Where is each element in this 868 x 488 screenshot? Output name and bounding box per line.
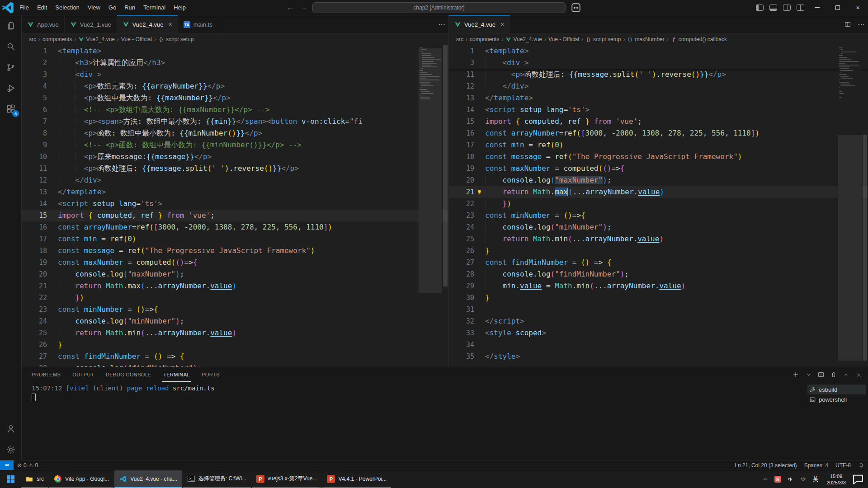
line-number[interactable]: 25	[449, 233, 474, 245]
code-editor[interactable]: 1<template>3 <div >11 <p>函数处理后: {{messag…	[449, 45, 868, 367]
code-text[interactable]: <p><span>方法: 数组中最小数为: {{min}}</span><but…	[58, 116, 448, 127]
code-text[interactable]: const message = ref("The Progressive Jav…	[58, 245, 448, 257]
code-text[interactable]: return Math.max(...arrayNumber.value)	[58, 280, 448, 292]
close-button[interactable]: ×	[848, 0, 868, 15]
code-text[interactable]: <script setup lang='ts'>	[485, 104, 868, 116]
editor-scrollbar[interactable]	[862, 45, 868, 367]
chev-up-icon[interactable]	[841, 369, 852, 380]
line-number[interactable]: 23	[449, 210, 474, 221]
code-text[interactable]: <template>	[58, 45, 448, 57]
line-number[interactable]: 32	[449, 315, 474, 327]
scrollbar-thumb[interactable]	[443, 45, 448, 286]
status-item-spaces-4[interactable]: Spaces: 4	[801, 462, 832, 469]
line-number[interactable]: 6	[22, 104, 47, 116]
breadcrumb-item-vue-official[interactable]: Vue - Official	[548, 36, 579, 42]
code-text[interactable]: const maxNumber = computed(()=>{	[485, 163, 868, 174]
panel-bottom-icon[interactable]	[766, 2, 780, 14]
start-button[interactable]	[0, 470, 21, 488]
taskbar-clock[interactable]: 15:09 2025/3/3	[822, 473, 850, 486]
line-number[interactable]: 12	[22, 174, 47, 186]
menu-selection[interactable]: Selection	[51, 2, 83, 13]
split-icon[interactable]	[841, 15, 854, 33]
menu-help[interactable]: Help	[170, 2, 190, 13]
maximize-button[interactable]	[827, 0, 848, 15]
line-number[interactable]: 23	[22, 304, 47, 315]
close-icon[interactable]	[854, 369, 864, 380]
line-number[interactable]: 20	[22, 268, 47, 280]
bell-icon[interactable]	[854, 462, 868, 469]
taskbar-item-c-wi[interactable]: >_选择管理员: C:\Wi...	[183, 470, 251, 488]
volume[interactable]	[784, 470, 797, 488]
code-text[interactable]: const maxNumber = computed(()=>{	[58, 257, 448, 268]
back-icon[interactable]: ←	[285, 4, 295, 11]
code-line[interactable]: 2 <h3>计算属性的应用</h3>	[22, 57, 448, 69]
code-text[interactable]: </script>	[485, 315, 868, 327]
code-line[interactable]: 8 <p>函数: 数组中最小数为: {{minNumber()}}</p>	[22, 127, 448, 139]
code-text[interactable]	[485, 304, 868, 315]
code-line[interactable]: 19const maxNumber = computed(()=>{	[449, 163, 868, 174]
menu-terminal[interactable]: Terminal	[139, 2, 170, 13]
code-line[interactable]: 14<script setup lang='ts'>	[449, 104, 868, 116]
line-number[interactable]: 18	[22, 245, 47, 257]
line-number[interactable]: 16	[449, 127, 474, 139]
code-line[interactable]: 13</template>	[449, 92, 868, 104]
line-number[interactable]: 1	[22, 45, 47, 57]
line-number[interactable]: 33	[449, 327, 474, 339]
code-line[interactable]: 12 </div>	[449, 80, 868, 92]
code-line[interactable]: 26}	[449, 245, 868, 257]
code-text[interactable]: </div>	[485, 80, 868, 92]
code-line[interactable]: 21 return Math.max(...arrayNumber.value)	[22, 280, 448, 292]
code-text[interactable]: import { computed, ref } from 'vue';	[485, 116, 868, 127]
line-number[interactable]: 12	[449, 80, 474, 92]
code-line[interactable]: 34	[449, 339, 868, 351]
tab-close-icon[interactable]: ×	[169, 21, 172, 28]
line-number[interactable]: 16	[22, 221, 47, 233]
code-line[interactable]: 28 console.log("findMinNumber");	[22, 362, 448, 367]
line-number[interactable]: 29	[449, 280, 474, 292]
code-line[interactable]: 33<style scoped>	[449, 327, 868, 339]
command-center-search[interactable]: chap2 [Administrator]	[312, 2, 566, 13]
plus-icon[interactable]	[790, 369, 801, 380]
tab-main-ts[interactable]: TSmain.ts	[178, 15, 218, 33]
code-editor[interactable]: 1<template>2 <h3>计算属性的应用</h3>3 <div >4 <…	[22, 45, 448, 367]
code-line[interactable]: 27const findMinNumber = () => {	[22, 351, 448, 362]
line-number[interactable]: 9	[22, 139, 47, 151]
code-text[interactable]: }	[485, 245, 868, 257]
code-text[interactable]: }	[58, 339, 448, 351]
code-line[interactable]: 13</template>	[22, 186, 448, 198]
code-line[interactable]: 29 min.value = Math.min(...arrayNumber.v…	[449, 280, 868, 292]
sogou-input[interactable]: S	[771, 470, 784, 488]
line-number[interactable]: 27	[22, 351, 47, 362]
code-line[interactable]: 31	[449, 304, 868, 315]
code-line[interactable]: 20 console.log("maxNumber");	[22, 268, 448, 280]
code-line[interactable]: 30}	[449, 292, 868, 304]
code-line[interactable]: 10 <p>原来message:{{message}}</p>	[22, 151, 448, 163]
tab-vue2-4-vue[interactable]: Vue2_4.vue×	[117, 15, 178, 33]
code-line[interactable]: 11 <p>函数处理后: {{message.split(' ').revers…	[22, 163, 448, 174]
code-line[interactable]: 16const arrayNumber=ref([3000, -2000, 13…	[22, 221, 448, 233]
taskbar-item-vuejs3-x-2-vue[interactable]: Pvuejs3.x-第2章Vue...	[252, 470, 322, 488]
code-line[interactable]: 15import { computed, ref } from 'vue';	[22, 210, 448, 221]
code-line[interactable]: 21 return Math.max(...arrayNumber.value)	[449, 186, 868, 198]
line-number[interactable]: 19	[22, 257, 47, 268]
line-number[interactable]: 26	[22, 339, 47, 351]
code-text[interactable]: const findMinNumber = () => {	[58, 351, 448, 362]
split-icon[interactable]	[816, 369, 826, 380]
terminal-output[interactable]: 15:07:12 [vite] (client) page reload src…	[22, 382, 805, 460]
code-line[interactable]: 18const message = ref("The Progressive J…	[22, 245, 448, 257]
code-text[interactable]: <p>原来message:{{message}}</p>	[58, 151, 448, 163]
terminal-item-powershell[interactable]: powershell	[807, 394, 866, 404]
code-line[interactable]: 22 })	[449, 198, 868, 210]
minimize-button[interactable]	[807, 0, 827, 15]
line-number[interactable]: 17	[22, 233, 47, 245]
activity-explorer[interactable]	[0, 15, 22, 36]
menu-file[interactable]: File	[15, 2, 33, 13]
more-icon[interactable]: ⋯	[435, 15, 448, 33]
code-line[interactable]: 7 <p><span>方法: 数组中最小数为: {{min}}</span><b…	[22, 116, 448, 127]
code-line[interactable]: 20 console.log("maxNumber");	[449, 174, 868, 186]
tab-close-icon[interactable]: ×	[500, 21, 504, 28]
code-line[interactable]: 22 })	[22, 292, 448, 304]
code-text[interactable]: import { computed, ref } from 'vue';	[58, 210, 448, 221]
activity-extensions[interactable]: 3	[0, 99, 22, 119]
line-number[interactable]: 21	[22, 280, 47, 292]
